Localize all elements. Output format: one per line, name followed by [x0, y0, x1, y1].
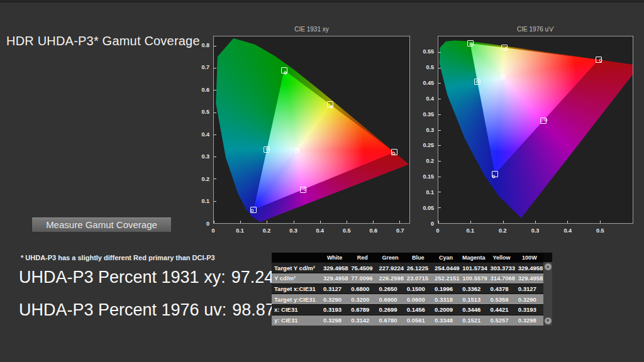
column-header-100w: 100W — [516, 253, 543, 263]
value-cell: 0.1500 — [404, 283, 432, 294]
value-cell: 0.0600 — [404, 294, 432, 305]
value-cell: 0.3290 — [321, 294, 348, 305]
table-scrollbar[interactable]: ▲ ▼ — [543, 262, 552, 326]
value-cell: 0.1521 — [460, 315, 487, 326]
y-axis-tick — [214, 201, 216, 202]
value-cell: 0.3142 — [348, 315, 376, 326]
x-axis-tick-label: 0.3 — [289, 228, 297, 234]
y-axis-tick-label: 0 — [206, 221, 209, 227]
y-axis-tick-label: 0.15 — [423, 173, 434, 180]
y-axis-tick — [214, 134, 216, 135]
measured-marker-blue — [251, 209, 254, 212]
y-axis-tick — [214, 178, 216, 179]
result-1931-number: 97.24 — [231, 268, 274, 287]
measure-gamut-coverage-button[interactable]: Measure Gamut Coverage — [31, 217, 172, 233]
x-axis-tick — [535, 221, 536, 223]
cie-1931-chart: CIE 1931 xy 00.10.20.30.40.50.60.700.10.… — [213, 36, 410, 224]
row-label-cell: Target x:CIE31 — [272, 283, 321, 294]
value-cell: 0.3200 — [348, 294, 376, 305]
table-row: Target y:CIE310.32900.32000.69000.06000.… — [272, 294, 543, 305]
y-axis-tick-label: 0.8 — [201, 42, 209, 48]
value-cell: 0.2009 — [432, 305, 460, 315]
value-cell: 0.6900 — [377, 294, 404, 305]
value-cell: 329.4958 — [321, 273, 348, 283]
column-header-white: White — [321, 253, 348, 263]
x-axis-tick — [294, 221, 294, 223]
value-cell: 329.4958 — [516, 273, 543, 283]
value-cell: 252.2151 — [432, 273, 460, 283]
column-header-blue: Blue — [404, 253, 432, 263]
table-row: Target x:CIE310.31270.68000.26500.15000.… — [272, 283, 543, 294]
y-axis-tick — [214, 90, 216, 90]
chart-title-cie-1976: CIE 1976 u'v' — [438, 26, 633, 33]
measured-marker-yellow — [504, 47, 508, 50]
value-cell: 0.1513 — [460, 294, 487, 305]
x-axis-tick-label: 0.7 — [396, 228, 404, 234]
window-top-strip — [0, 0, 644, 3]
y-axis-tick-label: 0.4 — [426, 96, 434, 102]
y-axis-tick — [438, 207, 441, 208]
x-axis-tick-label: 0.5 — [343, 228, 351, 234]
table-header-row: WhiteRedGreenBlueCyanMagentaYellow100W — [272, 253, 543, 263]
x-axis-tick-label: 0.2 — [499, 228, 507, 234]
result-1931-label: UHDA-P3 Percent 1931 xy: — [19, 268, 226, 287]
value-cell: 0.1996 — [432, 283, 460, 294]
value-cell: 226.2598 — [377, 273, 404, 283]
footnote-text: * UHDA-P3 has a slightly different Red p… — [21, 254, 215, 261]
value-cell: 0.3193 — [321, 305, 348, 315]
x-axis-tick-label: 0.4 — [316, 228, 325, 234]
scrollbar-down-icon[interactable]: ▼ — [545, 317, 552, 324]
measured-marker-red — [392, 152, 396, 155]
y-axis-tick-label: 0.45 — [423, 80, 434, 86]
measured-marker-blue — [492, 175, 496, 178]
calibration-app-window: HDR UHDA-P3* Gamut Coverage CIE 1931 xy … — [0, 0, 644, 362]
value-cell: 227.9224 — [377, 263, 404, 273]
y-axis-tick — [214, 46, 216, 47]
value-cell: 77.0096 — [348, 273, 376, 283]
x-axis-tick — [267, 221, 267, 223]
column-header-yellow: Yellow — [488, 253, 516, 263]
y-axis-tick-label: 0.6 — [201, 87, 209, 93]
y-axis-tick — [438, 52, 441, 53]
y-axis-tick-label: 0.1 — [201, 198, 209, 204]
x-axis-tick — [399, 221, 400, 223]
page-title: HDR UHDA-P3* Gamut Coverage — [6, 34, 200, 48]
y-axis-tick-label: 0.4 — [201, 131, 209, 138]
row-label-cell: Target y:CIE31 — [272, 294, 321, 305]
y-axis-tick — [214, 223, 216, 224]
y-axis-tick — [214, 156, 216, 157]
value-cell: 75.4509 — [348, 263, 376, 273]
value-cell: 0.2699 — [377, 305, 404, 315]
row-label-cell: y: CIE31 — [272, 315, 321, 326]
y-axis-tick — [438, 99, 441, 99]
measured-marker-magenta — [304, 188, 307, 191]
y-axis-tick-label: 0.1 — [426, 189, 434, 195]
measurement-data-grid: WhiteRedGreenBlueCyanMagentaYellow100WTa… — [272, 253, 543, 326]
y-axis-tick — [214, 112, 216, 113]
value-cell: 0.3298 — [516, 315, 543, 326]
value-cell: 254.0449 — [432, 263, 460, 273]
y-axis-tick — [438, 192, 441, 192]
scrollbar-up-icon[interactable]: ▲ — [545, 263, 552, 270]
row-label-cell: x: CIE31 — [272, 305, 321, 315]
result-1976-number: 98.87 — [232, 300, 275, 319]
y-axis-tick — [438, 223, 441, 224]
result-1976-uv: UHDA-P3 Percent 1976 uv:98.87 — [19, 300, 275, 320]
measured-marker-red — [599, 59, 602, 62]
x-axis-tick — [320, 221, 321, 223]
value-cell: 101.5734 — [460, 263, 487, 273]
table-row: Y cd/m²329.495877.0096226.259823.0715252… — [272, 273, 543, 283]
value-cell: 329.4958 — [516, 263, 543, 273]
y-axis-tick — [438, 177, 441, 177]
y-axis-tick-label: 0.35 — [423, 111, 434, 118]
y-axis-tick-label: 0.05 — [423, 205, 434, 211]
value-cell: 100.5579 — [460, 273, 487, 283]
value-cell: 0.3290 — [516, 294, 543, 305]
x-axis-tick — [373, 221, 374, 223]
corner-cell — [272, 253, 321, 263]
value-cell: 0.3446 — [460, 305, 487, 315]
value-cell: 0.4378 — [488, 283, 516, 294]
x-axis-tick-label: 0 — [211, 228, 214, 234]
table-row: Target Y cd/m²329.495875.4509227.922426.… — [272, 263, 543, 273]
result-1976-label: UHDA-P3 Percent 1976 uv: — [19, 300, 226, 319]
